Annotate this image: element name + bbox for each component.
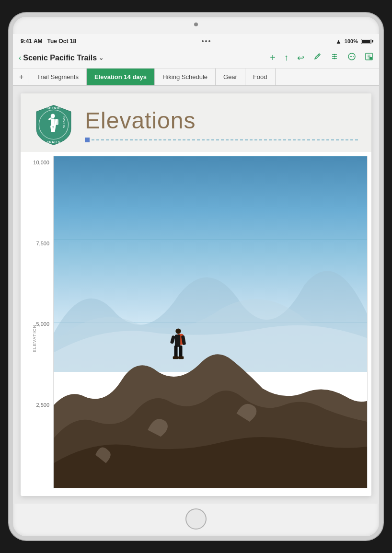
battery-icon: [361, 39, 371, 44]
y-label-7500: 7,500: [36, 241, 49, 246]
battery-fill: [362, 40, 370, 43]
grid-line-1: [54, 156, 367, 157]
status-right: ▲ 100%: [335, 38, 371, 45]
tab-gear[interactable]: Gear: [216, 69, 245, 85]
home-button[interactable]: [185, 508, 207, 530]
dot2: [205, 40, 207, 42]
svg-line-0: [318, 55, 319, 56]
tab-trail-segments[interactable]: Trail Segments: [29, 69, 87, 85]
tab-elevation-14-days[interactable]: Elevation 14 days: [87, 69, 155, 85]
format-button[interactable]: [330, 52, 339, 63]
camera-dot: [194, 23, 198, 26]
chart-image-area[interactable]: [53, 156, 368, 488]
hiker-figure-svg: [166, 328, 190, 369]
selection-handle-left[interactable]: [85, 138, 90, 142]
undo-button[interactable]: ↩: [297, 53, 304, 63]
svg-rect-35: [178, 356, 184, 359]
status-center-dots: [202, 40, 210, 42]
status-date: Tue Oct 18: [47, 38, 76, 45]
pencil-button[interactable]: [313, 52, 322, 63]
ipad-frame: 9:41 AM Tue Oct 18 ▲ 100% ‹: [9, 13, 383, 540]
svg-text:PACIFIC: PACIFIC: [63, 116, 66, 128]
sheet-page: SCENIC PACIFIC TRAILS Elevations: [21, 93, 371, 496]
y-label-10000: 10,000: [33, 160, 49, 165]
logo-badge: SCENIC PACIFIC TRAILS: [32, 103, 75, 146]
svg-rect-18: [51, 118, 55, 126]
svg-point-9: [351, 56, 352, 57]
status-time: 9:41 AM: [21, 38, 43, 45]
share-button[interactable]: ↑: [284, 53, 288, 63]
svg-rect-33: [179, 346, 183, 358]
svg-point-8: [350, 56, 351, 57]
elevations-title: Elevations: [85, 107, 360, 134]
svg-rect-15: [369, 57, 372, 59]
svg-text:SCENIC: SCENIC: [46, 106, 60, 110]
selection-border-line: [92, 139, 358, 140]
add-button[interactable]: +: [270, 52, 276, 63]
dot1: [202, 40, 204, 42]
wifi-icon: ▲: [335, 38, 342, 45]
svg-rect-32: [174, 346, 178, 358]
sheet-header: SCENIC PACIFIC TRAILS Elevations: [21, 93, 371, 152]
svg-text:TRAILS: TRAILS: [47, 140, 60, 144]
toolbar-actions: + ↑ ↩: [270, 52, 373, 63]
chart-container: ELEVATION 10,000 7,500 5,000 2,500: [21, 152, 371, 496]
svg-rect-34: [173, 356, 178, 359]
svg-point-10: [353, 56, 354, 57]
y-label-bottom: [48, 483, 49, 488]
y-label-5000: 5,000: [36, 321, 49, 327]
tabs-bar: + Trail Segments Elevation 14 days Hikin…: [13, 69, 379, 86]
svg-point-17: [51, 114, 55, 118]
battery-percent: 100%: [345, 38, 358, 44]
svg-rect-30: [170, 335, 175, 344]
content-area: SCENIC PACIFIC TRAILS Elevations: [13, 86, 379, 504]
title-chevron-icon: ⌄: [99, 55, 104, 61]
status-time-date: 9:41 AM Tue Oct 18: [21, 38, 76, 45]
svg-rect-23: [55, 119, 58, 125]
document-title[interactable]: Scenic Pacific Trails ⌄: [23, 54, 104, 62]
chart-y-axis: ELEVATION 10,000 7,500 5,000 2,500: [24, 156, 53, 488]
y-axis-title: ELEVATION: [32, 324, 37, 352]
tab-add-button[interactable]: +: [15, 70, 28, 84]
tab-hiking-schedule[interactable]: Hiking Schedule: [155, 69, 216, 85]
foreground-terrain-svg: [54, 339, 367, 488]
dot3: [208, 40, 210, 42]
back-chevron-icon: ‹: [19, 54, 21, 62]
tab-food[interactable]: Food: [245, 69, 276, 85]
y-label-2500: 2,500: [36, 402, 49, 408]
svg-rect-29: [175, 334, 180, 347]
svg-point-27: [176, 328, 181, 334]
back-button[interactable]: ‹: [19, 54, 21, 62]
document-view-button[interactable]: [365, 52, 373, 63]
screen: 9:41 AM Tue Oct 18 ▲ 100% ‹: [13, 34, 379, 504]
more-button[interactable]: [347, 52, 356, 63]
top-toolbar: ‹ Scenic Pacific Trails ⌄ + ↑ ↩: [13, 47, 379, 69]
title-text: Scenic Pacific Trails: [23, 54, 97, 62]
status-bar: 9:41 AM Tue Oct 18 ▲ 100%: [13, 34, 379, 47]
grid-line-2: [54, 239, 367, 240]
